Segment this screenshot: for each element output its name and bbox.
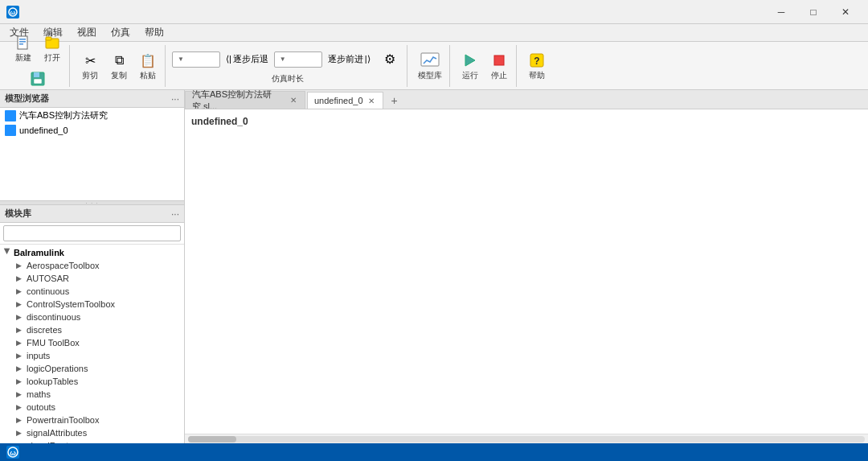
model-browser-menu-btn[interactable]: ···	[171, 93, 179, 105]
model-item-0[interactable]: 汽车ABS控制方法研究	[0, 108, 184, 123]
model-browser-header: 模型浏览器 ···	[0, 90, 184, 108]
tree-item-control[interactable]: ▶ ControlSystemToolbox	[0, 298, 184, 311]
cut-button[interactable]: ✂ 剪切	[76, 48, 104, 83]
tab-0[interactable]: 汽车ABS控制方法研究.sl... ✕	[185, 91, 305, 109]
tree-item-autosar[interactable]: ▶ AUTOSAR	[0, 272, 184, 285]
lookup-arrow: ▶	[16, 377, 24, 385]
scrollbar-thumb[interactable]	[188, 436, 236, 442]
new-tab-button[interactable]: +	[387, 93, 403, 109]
copy-label: 复制	[111, 71, 127, 80]
tab-1[interactable]: undefined_0 ✕	[307, 92, 383, 109]
cut-label: 剪切	[82, 71, 98, 80]
svg-text:ω: ω	[10, 9, 16, 16]
tree-item-signal-attr[interactable]: ▶ signalAttributes	[0, 426, 184, 439]
paste-button[interactable]: 📋 粘贴	[134, 48, 162, 83]
svg-rect-11	[421, 53, 439, 66]
svg-rect-3	[19, 39, 26, 40]
new-label: 新建	[15, 53, 31, 63]
bottom-scrollbar[interactable]	[185, 434, 868, 443]
sim-controls-row: ▼ ⟨| 逐步后退 ▼ 逐步前进 |⟩ ⚙	[172, 47, 403, 72]
close-button[interactable]: ✕	[829, 0, 862, 24]
model-label-0: 汽车ABS控制方法研究	[19, 109, 108, 121]
saveas-icon	[28, 69, 47, 88]
tree-item-powertrain[interactable]: ▶ PowertrainToolbox	[0, 414, 184, 426]
new-button[interactable]: 新建	[10, 31, 37, 65]
fmu-label: FMU ToolBox	[27, 338, 80, 348]
tree-item-continuous[interactable]: ▶ continuous	[0, 285, 184, 298]
aerospace-arrow: ▶	[16, 261, 24, 270]
toolbar: 新建 打开	[0, 42, 868, 90]
canvas-area[interactable]: undefined_0	[185, 109, 868, 434]
maximize-button[interactable]: □	[797, 0, 829, 24]
model-icon-1	[5, 125, 16, 136]
menu-help[interactable]: 帮助	[138, 24, 170, 41]
sim-mode-dropdown[interactable]: ▼	[274, 51, 322, 68]
tab-0-close[interactable]: ✕	[289, 96, 298, 105]
svg-rect-7	[46, 37, 51, 40]
toolbar-group-file: 新建 打开	[6, 45, 70, 87]
discretes-label: discretes	[27, 325, 62, 335]
logicops-label: logicOperations	[27, 364, 88, 373]
maths-label: maths	[27, 389, 51, 399]
sim-time-input[interactable]: ▼	[172, 51, 220, 68]
toolbar-group-help: ? 帮助	[520, 45, 554, 87]
lookup-label: lookupTables	[27, 377, 78, 386]
tree-item-discretes[interactable]: ▶ discretes	[0, 323, 184, 336]
status-icon: ω	[6, 446, 19, 459]
model-item-1[interactable]: undefined_0	[0, 123, 184, 138]
tree-item-outouts[interactable]: ▶ outouts	[0, 401, 184, 414]
settings-button[interactable]: ⚙	[376, 47, 403, 72]
svg-rect-9	[34, 72, 39, 77]
library-tree: ▶ Balramulink ▶ AerospaceToolbox ▶ AUTOS…	[0, 245, 184, 443]
open-icon	[43, 33, 62, 52]
step-back-label: 逐步后退	[233, 53, 268, 65]
svg-rect-13	[494, 56, 504, 65]
svg-rect-2	[18, 36, 27, 49]
help-button[interactable]: ? 帮助	[523, 48, 551, 83]
model-icon-0	[5, 110, 16, 121]
scrollbar-track	[188, 436, 865, 442]
control-label: ControlSystemToolbox	[27, 299, 115, 309]
step-forward-button[interactable]: 逐步前进 |⟩	[324, 51, 375, 68]
copy-icon: ⧉	[109, 51, 129, 70]
autosar-label: AUTOSAR	[27, 274, 69, 283]
powertrain-label: PowertrainToolbox	[27, 415, 100, 425]
help-icon: ?	[527, 51, 547, 70]
paste-icon: 📋	[138, 51, 158, 70]
menu-simulation[interactable]: 仿真	[104, 24, 137, 41]
tree-item-maths[interactable]: ▶ maths	[0, 388, 184, 401]
stop-button[interactable]: 停止	[485, 48, 513, 83]
scissors-icon: ✂	[80, 51, 100, 70]
help-label: 帮助	[529, 71, 545, 80]
step-back-button[interactable]: ⟨| 逐步后退	[222, 51, 272, 68]
continuous-arrow: ▶	[16, 287, 24, 295]
tree-item-inputs[interactable]: ▶ inputs	[0, 349, 184, 362]
signal-attr-arrow: ▶	[16, 429, 24, 437]
scope-button[interactable]: 模型库	[414, 48, 446, 83]
tree-item-logicops[interactable]: ▶ logicOperations	[0, 362, 184, 375]
run-button[interactable]: 运行	[457, 48, 484, 83]
inputs-label: inputs	[27, 351, 50, 360]
tree-item-fmu[interactable]: ▶ FMU ToolBox	[0, 336, 184, 349]
fmu-arrow: ▶	[16, 339, 24, 347]
tree-item-lookup[interactable]: ▶ lookupTables	[0, 375, 184, 388]
step-back-icon: ⟨|	[226, 54, 231, 64]
main-area: 模型浏览器 ··· 汽车ABS控制方法研究 undefined_0 · · · …	[0, 90, 868, 443]
copy-button[interactable]: ⧉ 复制	[105, 48, 133, 83]
open-button[interactable]: 打开	[39, 31, 66, 65]
tree-item-aerospace[interactable]: ▶ AerospaceToolbox	[0, 259, 184, 272]
tree-root[interactable]: ▶ Balramulink	[0, 246, 184, 259]
root-arrow: ▶	[3, 249, 11, 257]
canvas-title: undefined_0	[191, 116, 248, 127]
open-label: 打开	[44, 53, 60, 63]
app-icon: ω	[6, 6, 19, 19]
tree-root-label: Balramulink	[14, 248, 64, 257]
tab-1-close[interactable]: ✕	[366, 97, 376, 105]
tree-item-discontinuous[interactable]: ▶ discontinuous	[0, 311, 184, 323]
library-search-input[interactable]	[3, 225, 181, 241]
minimize-button[interactable]: ─	[765, 0, 797, 24]
sim-time-dropdown-arrow: ▼	[178, 56, 184, 63]
menu-view[interactable]: 视图	[71, 24, 103, 41]
library-menu-btn[interactable]: ···	[171, 208, 179, 220]
left-panel: 模型浏览器 ··· 汽车ABS控制方法研究 undefined_0 · · · …	[0, 90, 185, 443]
